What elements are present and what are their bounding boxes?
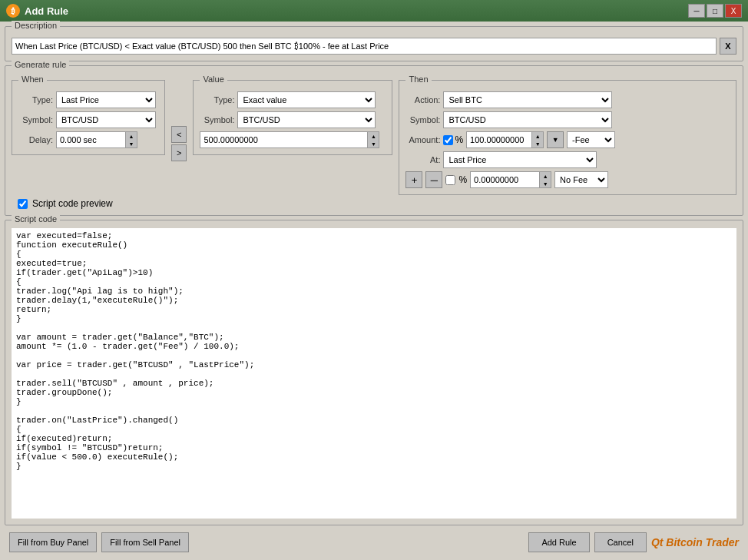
qt-brand-label: Qt Bitcoin Trader [651,536,739,548]
then-at-label: At: [405,155,440,164]
pm-percent-label: % [458,174,467,185]
bitcoin-icon: ₿ [6,4,20,18]
value-type-select[interactable]: Exact value Last Price Ask Price Bid Pri… [237,91,376,108]
then-symbol-row: Symbol: BTC/USD ETH/USD LTC/USD [405,111,730,128]
title-bar-left: ₿ Add Rule [6,4,68,18]
then-amount-down[interactable]: ▼ [532,140,543,147]
add-rule-button[interactable]: Add Rule [528,532,589,552]
when-delay-label: Delay: [18,135,53,144]
value-amount-spinbox: ▲ ▼ [367,131,379,148]
generate-rule-group: Generate rule When Type: Last Price Ask … [5,65,743,216]
then-amount-row: Amount: % ▲ ▼ ▼ -Fee [405,131,730,148]
restore-button[interactable]: □ [707,4,723,18]
script-preview-checkbox[interactable] [18,199,28,209]
value-amount-wrap: ▲ ▼ [200,131,379,148]
minus-button[interactable]: ─ [425,171,442,188]
pm-up[interactable]: ▲ [540,172,551,180]
delay-input-wrap: ▲ ▼ [56,131,137,148]
title-bar-buttons: ─ □ X [688,4,742,18]
main-content: Description X Generate rule When Type: L… [0,22,748,560]
fee-type-select[interactable]: -Fee +Fee No Fee [567,131,615,148]
value-group: Value Type: Exact value Last Price Ask P… [193,80,392,155]
then-action-label: Action: [405,95,440,104]
script-preview-row: Script code preview [18,198,736,209]
delay-spinbox: ▲ ▼ [125,131,137,148]
value-type-row: Type: Exact value Last Price Ask Price B… [200,91,386,108]
when-delay-row: Delay: ▲ ▼ [18,131,158,148]
then-action-row: Action: Sell BTC Buy BTC Sell ETH Buy ET… [405,91,730,108]
when-group: When Type: Last Price Ask Price Bid Pric… [12,80,165,155]
description-group: Description X [5,26,743,61]
when-symbol-label: Symbol: [18,115,53,124]
description-row: X [12,38,736,55]
amount-checkbox[interactable] [443,135,453,145]
description-input[interactable] [12,38,717,55]
cancel-button[interactable]: Cancel [594,532,647,552]
pm-checkbox[interactable] [445,175,455,185]
script-code-label: Script code [12,214,60,224]
bottom-bar: Fill from Buy Panel Fill from Sell Panel… [5,529,743,555]
window-title: Add Rule [25,5,68,17]
script-code-group: Script code var executed=false; function… [5,220,743,525]
delay-up-button[interactable]: ▲ [126,132,137,140]
amount-checkbox-wrap: % [443,134,463,145]
fill-sell-button[interactable]: Fill from Sell Panel [101,532,189,552]
pm-input[interactable] [470,171,539,188]
when-type-select[interactable]: Last Price Ask Price Bid Price Volume [56,91,156,108]
description-clear-button[interactable]: X [720,38,736,55]
pm-input-wrap: ▲ ▼ [470,171,551,188]
value-symbol-label: Symbol: [200,115,234,124]
value-amount-down[interactable]: ▼ [368,140,379,147]
then-action-select[interactable]: Sell BTC Buy BTC Sell ETH Buy ETH [443,91,612,108]
less-than-button[interactable]: < [171,126,187,143]
then-symbol-label: Symbol: [405,115,440,124]
bottom-left: Fill from Buy Panel Fill from Sell Panel [9,532,189,552]
close-button[interactable]: X [725,4,742,18]
value-amount-input[interactable] [200,131,367,148]
bottom-right: Add Rule Cancel Qt Bitcoin Trader [528,532,739,552]
value-amount-up[interactable]: ▲ [368,132,379,140]
compare-buttons: < > [171,126,187,161]
pm-spinbox: ▲ ▼ [539,171,551,188]
when-symbol-select[interactable]: BTC/USD ETH/USD LTC/USD [56,111,156,128]
value-symbol-select[interactable]: BTC/USD ETH/USD LTC/USD [237,111,376,128]
no-fee-select[interactable]: No Fee Add Fee Sub Fee [554,171,608,188]
amount-dropdown-button[interactable]: ▼ [547,131,564,148]
value-amount-row: ▲ ▼ [200,131,386,148]
then-amount-spinbox: ▲ ▼ [531,131,544,148]
minimize-button[interactable]: ─ [688,4,705,18]
value-type-label: Type: [200,95,234,104]
then-amount-up[interactable]: ▲ [532,132,543,140]
plus-button[interactable]: + [405,171,422,188]
generate-rule-label: Generate rule [12,60,69,69]
title-bar: ₿ Add Rule ─ □ X [0,0,748,22]
when-type-label: Type: [18,95,53,104]
then-at-select[interactable]: Last Price Ask Price Bid Price Exact val… [443,151,597,168]
script-code-textarea[interactable]: var executed=false; function executeRule… [12,228,736,519]
when-symbol-row: Symbol: BTC/USD ETH/USD LTC/USD [18,111,158,128]
script-preview-label: Script code preview [32,198,113,209]
when-type-row: Type: Last Price Ask Price Bid Price Vol… [18,91,158,108]
then-amount-label: Amount: [405,135,440,144]
value-symbol-row: Symbol: BTC/USD ETH/USD LTC/USD [200,111,386,128]
greater-than-button[interactable]: > [171,144,187,161]
description-label: Description [12,21,60,30]
rule-inner: When Type: Last Price Ask Price Bid Pric… [12,80,736,195]
delay-down-button[interactable]: ▼ [126,140,137,147]
then-amount-spinwrap: ▲ ▼ [466,131,544,148]
fill-buy-button[interactable]: Fill from Buy Panel [9,532,97,552]
then-at-row: At: Last Price Ask Price Bid Price Exact… [405,151,730,168]
value-label: Value [200,75,227,84]
when-label: When [18,75,47,84]
then-group: Then Action: Sell BTC Buy BTC Sell ETH B… [399,80,736,195]
amount-percent-label: % [455,134,463,145]
delay-input[interactable] [56,131,125,148]
then-label: Then [405,75,431,84]
then-pm-row: + ─ % ▲ ▼ No Fee Add Fee Sub Fee [405,171,730,188]
then-amount-input[interactable] [466,131,531,148]
then-symbol-select[interactable]: BTC/USD ETH/USD LTC/USD [443,111,612,128]
pm-down[interactable]: ▼ [540,180,551,187]
